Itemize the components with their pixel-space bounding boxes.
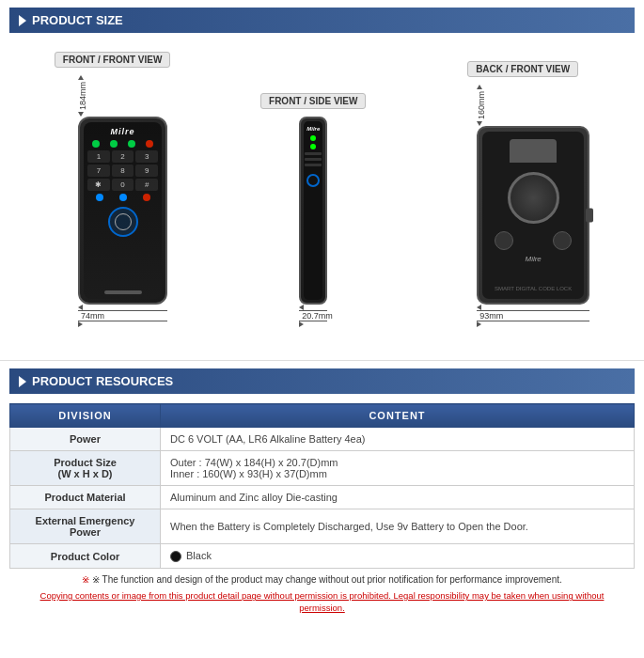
product-resources-label: PRODUCT RESOURCES — [32, 374, 173, 388]
icon-green2 — [110, 140, 118, 148]
key-star: ✱ — [87, 179, 110, 191]
back-dial — [508, 172, 559, 224]
front-side-label: FRONT / SIDE VIEW — [260, 93, 366, 109]
front-side-view: FRONT / SIDE VIEW Milre — [260, 93, 366, 346]
front-front-dim-h: 184mm — [78, 75, 167, 117]
back-front-dim-w: 93mm — [477, 305, 589, 327]
division-cell: Power — [10, 428, 161, 451]
icon-row-bottom — [87, 194, 158, 201]
back-front-dim-h: 160mm — [477, 85, 589, 126]
content-cell: Black — [161, 544, 635, 569]
content-cell: Outer : 74(W) x 184(H) x 20.7(D)mm Inner… — [161, 451, 635, 486]
table-row: Product Size (W x H x D)Outer : 74(W) x … — [10, 451, 635, 486]
side-fp — [306, 174, 320, 187]
resources-table: DIVISION CONTENT PowerDC 6 VOLT (AA, LR6… — [9, 403, 635, 569]
icon-green3 — [128, 140, 135, 148]
back-front-view: BACK / FRONT VIEW 160mm — [456, 61, 589, 346]
content-cell: Aluminum and Zinc alloy Die-casting — [161, 486, 635, 509]
division-cell: Product Color — [10, 544, 161, 569]
content-cell: DC 6 VOLT (AA, LR6 Alkaline Battery 4ea) — [161, 428, 635, 451]
copyright-text: Copying contents or image from this prod… — [40, 590, 605, 613]
icon-row-top — [87, 140, 158, 148]
back-connector — [510, 139, 557, 163]
col-division: DIVISION — [10, 404, 161, 428]
side-key3 — [305, 164, 322, 166]
back-front-label: BACK / FRONT VIEW — [467, 61, 578, 77]
col-content: CONTENT — [161, 404, 635, 428]
side-icon1 — [310, 135, 316, 141]
front-front-dim-w: 74mm — [78, 305, 167, 327]
brand-logo: Milre — [87, 127, 158, 136]
color-dot-icon — [170, 551, 181, 562]
table-row: Product ColorBlack — [10, 544, 635, 569]
side-icon2 — [310, 144, 316, 149]
icon-red — [146, 140, 153, 148]
bottom-bar — [104, 290, 142, 294]
front-side-device: Milre — [299, 117, 327, 305]
back-logo: Milre — [525, 255, 541, 263]
key-1: 1 — [87, 150, 110, 163]
product-resources-section: PRODUCT RESOURCES DIVISION CONTENT Power… — [0, 361, 644, 630]
division-cell: Product Size (W x H x D) — [10, 451, 161, 486]
product-size-label: PRODUCT SIZE — [32, 13, 123, 27]
division-cell: External Emergency Power — [10, 509, 161, 544]
side-brand: Milre — [306, 126, 320, 132]
fingerprint-button — [108, 207, 138, 237]
icon-red2 — [143, 194, 150, 201]
views-container: FRONT / FRONT VIEW 184mm Milre — [9, 42, 635, 351]
key-7: 7 — [87, 164, 110, 177]
back-front-device: Milre SMART DIGITAL CODE LOCK — [477, 126, 589, 305]
table-row: External Emergency PowerWhen the Battery… — [10, 509, 635, 544]
asterisk-icon: ※ — [82, 574, 92, 585]
key-2: 2 — [112, 150, 134, 163]
icon-green — [92, 140, 100, 148]
table-row: Product MaterialAluminum and Zinc alloy … — [10, 486, 635, 509]
back-btn1 — [495, 231, 513, 250]
key-8: 8 — [112, 164, 134, 177]
back-product-text: SMART DIGITAL CODE LOCK — [495, 286, 572, 291]
front-front-view: FRONT / FRONT VIEW 184mm Milre — [55, 52, 171, 346]
division-cell: Product Material — [10, 486, 161, 509]
header-triangle-icon — [19, 15, 26, 26]
key-3: 3 — [135, 150, 158, 163]
icon-blue — [96, 194, 103, 201]
side-key2 — [305, 158, 322, 161]
back-btn2 — [553, 231, 572, 250]
table-row: PowerDC 6 VOLT (AA, LR6 Alkaline Battery… — [10, 428, 635, 451]
fingerprint-icon — [115, 213, 132, 230]
fingerprint-area — [87, 207, 158, 237]
key-0: 0 — [112, 179, 134, 191]
footnote: ※ ※ The function and design of the produ… — [9, 569, 635, 587]
front-side-dim-w: 20.7mm — [299, 305, 327, 327]
front-front-device: Milre 1 2 3 7 8 9 — [78, 117, 167, 305]
product-resources-header: PRODUCT RESOURCES — [9, 368, 635, 394]
product-size-header: PRODUCT SIZE — [9, 8, 635, 33]
front-front-label: FRONT / FRONT VIEW — [55, 52, 171, 68]
key-9: 9 — [135, 164, 158, 177]
back-usb — [586, 209, 593, 223]
key-hash: # — [135, 179, 158, 191]
content-cell: When the Battery is Completely Discharge… — [161, 509, 635, 544]
copyright: Copying contents or image from this prod… — [9, 587, 635, 620]
footnote-text: ※ The function and design of the product… — [92, 574, 562, 585]
product-size-section: PRODUCT SIZE FRONT / FRONT VIEW 184mm Mi… — [0, 0, 644, 361]
header-triangle-icon-2 — [19, 376, 26, 387]
keypad: 1 2 3 7 8 9 ✱ 0 # — [87, 150, 158, 191]
icon-blue2 — [119, 194, 127, 201]
side-key1 — [305, 152, 322, 155]
